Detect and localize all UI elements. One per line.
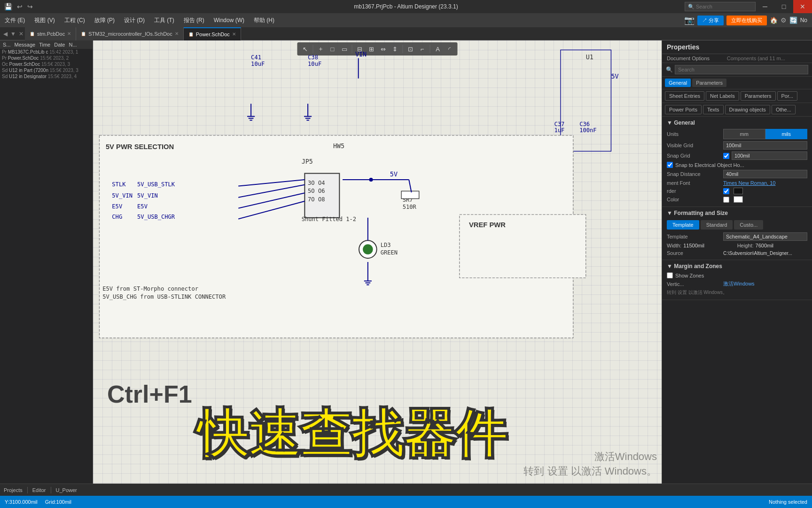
editor-label: Editor (32, 487, 46, 493)
properties-search-input[interactable] (675, 65, 808, 74)
tab-texts[interactable]: Texts (703, 105, 724, 114)
tab-microcontroller[interactable]: 📋 STM32_microcontroller_IOs.SchDoc ✕ (76, 27, 184, 40)
color-swatch[interactable] (734, 196, 743, 203)
save-icon[interactable]: 💾 (3, 3, 14, 10)
svg-point-41 (363, 244, 373, 254)
message-row-2[interactable]: Pr Power.SchDoc 15:5€ 2023, 2 (0, 55, 93, 61)
snap-grid-input[interactable] (732, 151, 807, 160)
show-zones-checkbox[interactable] (667, 272, 673, 278)
menu-right: 📷 ↗ 分享 立即在线购买 🏠 ⚙ 🔄 No (684, 15, 812, 25)
snap-distance-input[interactable] (723, 170, 807, 178)
svg-text:10uF: 10uF (308, 61, 321, 67)
minimize-button[interactable]: ─ (756, 0, 774, 13)
template-input[interactable] (723, 232, 807, 241)
units-selector: mm mils (723, 129, 807, 139)
menu-design[interactable]: 设计 (D) (119, 15, 149, 26)
menu-report[interactable]: 报告 (R) (179, 15, 209, 26)
properties-subtitle: Document Options Components (and 11 m... (662, 54, 812, 63)
properties-tabs-row3: Power Ports Texts Drawing objects Othe..… (662, 103, 812, 117)
menu-fault[interactable]: 故障 (P) (90, 15, 119, 26)
u-power-label: U_Power (56, 487, 77, 493)
svg-text:510R: 510R (403, 204, 417, 210)
tab-pcbdoc-close[interactable]: ✕ (67, 31, 71, 36)
message-row-3[interactable]: Oc Power.SchDoc 15:5€ 2023, 3 (0, 61, 93, 67)
tab-general[interactable]: General (665, 79, 691, 87)
formatting-size-section: ▼ Formatting and Size Template Standard … (662, 207, 812, 260)
sync-icon[interactable]: 🔄 (789, 16, 797, 24)
border-checkbox[interactable] (723, 188, 729, 194)
component-font-link[interactable]: Times New Roman, 10 (723, 180, 807, 186)
tab-pcbdoc[interactable]: 📋 stm.PcbDoc ✕ (25, 27, 76, 40)
buy-online-button[interactable]: 立即在线购买 (726, 16, 767, 25)
custom-tab[interactable]: Custo... (734, 220, 763, 230)
component-font-row: ment Font Times New Roman, 10 (667, 179, 807, 187)
template-row: Template (667, 231, 807, 242)
tab-close-all-icon[interactable]: ✕ (17, 31, 25, 37)
svg-text:5V_VIN: 5V_VIN (137, 192, 158, 199)
snap-grid-checkbox[interactable] (723, 153, 729, 159)
redo-icon[interactable]: ↪ (26, 3, 34, 10)
unit-mm-button[interactable]: mm (723, 129, 765, 139)
visible-grid-row: Visible Grid (667, 140, 807, 151)
tab-sheet-entries[interactable]: Sheet Entries (665, 91, 704, 101)
maximize-button[interactable]: □ (774, 0, 793, 13)
tab-scroll-left-icon[interactable]: ◀ (2, 31, 9, 37)
left-panel: S... Message Time Date N... Pr MB1367C.P… (0, 40, 93, 484)
home-icon[interactable]: 🏠 (770, 16, 778, 24)
dimensions-row: Width: 11500mil Height: 7600mil (667, 242, 807, 249)
message-row-5[interactable]: Sd U12 in Designator 15:5€ 2023, 4 (0, 73, 93, 79)
tab-drawing-objects[interactable]: Drawing objects (725, 105, 770, 114)
unit-mils-button[interactable]: mils (765, 129, 808, 139)
menu-window[interactable]: Window (W) (209, 15, 249, 25)
snap-electrical-checkbox[interactable] (667, 162, 673, 168)
notify-icon[interactable]: No (800, 17, 807, 24)
search-input[interactable] (696, 4, 752, 9)
svg-text:VREF PWR: VREF PWR (469, 221, 506, 229)
menu-help[interactable]: 帮助 (H) (249, 15, 279, 26)
svg-text:5V_USB_CHG from USB-STLINK CON: 5V_USB_CHG from USB-STLINK CONNECTOR (102, 294, 226, 300)
projects-button[interactable]: Projects (4, 487, 23, 493)
close-button[interactable]: ✕ (793, 0, 812, 13)
properties-panel: Properties Document Options Components (… (662, 40, 812, 484)
tab-power-ports[interactable]: Power Ports (665, 105, 702, 114)
tab-parameters2[interactable]: Parameters (741, 91, 776, 101)
standard-tab[interactable]: Standard (701, 220, 733, 230)
tab-por[interactable]: Por... (777, 91, 798, 101)
svg-text:VIN: VIN (355, 51, 367, 58)
message-row-1[interactable]: Pr MB1367C.PcbLib c 15:42 2023, 1 (0, 49, 93, 55)
svg-text:C41: C41 (251, 54, 261, 61)
svg-text:100nF: 100nF (579, 127, 596, 134)
undo-icon[interactable]: ↩ (16, 3, 24, 10)
schematic-canvas[interactable]: ↖ ＋ □ ▭ ⊟ ⊞ ⇔ ⇕ ⊡ ⌐ A ◜ C41 10uF C38 10u… (93, 40, 662, 484)
svg-text:E5V from ST-Morpho connector: E5V from ST-Morpho connector (102, 286, 198, 292)
svg-text:5V: 5V (611, 73, 618, 80)
menu-file[interactable]: 文件 (E) (0, 15, 30, 26)
tab-menu-icon[interactable]: ▼ (9, 31, 17, 37)
menu-bar: 文件 (E) 视图 (V) 工程 (C) 故障 (P) 设计 (D) 工具 (T… (0, 13, 812, 27)
general-section: ▼ General Units mm mils Visible Grid Sna… (662, 117, 812, 207)
menu-view[interactable]: 视图 (V) (30, 15, 59, 26)
template-tab[interactable]: Template (667, 220, 699, 230)
title-bar: 💾 ↩ ↪ mb1367.PrjPcb - Altium Designer (2… (0, 0, 812, 13)
tab-power[interactable]: 📋 Power.SchDoc ✕ (184, 27, 241, 40)
message-row-4[interactable]: Sd U12 in Part (7200n 15:5€ 2023, 3 (0, 67, 93, 73)
menu-tools[interactable]: 工具 (T) (149, 15, 179, 26)
titlebar-search[interactable]: 🔍 (685, 2, 756, 11)
menu-project[interactable]: 工程 (C) (60, 15, 90, 26)
window-controls: ─ □ ✕ (756, 0, 812, 13)
tab-microcontroller-close[interactable]: ✕ (175, 31, 179, 36)
settings-icon[interactable]: ⚙ (781, 16, 787, 24)
tab-other[interactable]: Othe... (772, 105, 796, 114)
tab-net-labels[interactable]: Net Labels (706, 91, 739, 101)
tab-parameters[interactable]: Parameters (692, 79, 726, 87)
svg-text:5O O6: 5O O6 (308, 188, 325, 194)
border-color-swatch[interactable] (734, 188, 743, 194)
tab-power-close[interactable]: ✕ (232, 32, 236, 37)
visible-grid-input[interactable] (723, 141, 807, 150)
source-row: Source C:\Subversion\Altium_Designer... (667, 249, 807, 257)
camera-icon[interactable]: 📷 (684, 15, 695, 25)
share-button[interactable]: ↗ 分享 (697, 16, 724, 25)
color-checkbox[interactable] (723, 197, 729, 203)
margin-section-title: ▼ Margin and Zones (667, 263, 807, 270)
svg-text:1uF: 1uF (554, 127, 564, 134)
